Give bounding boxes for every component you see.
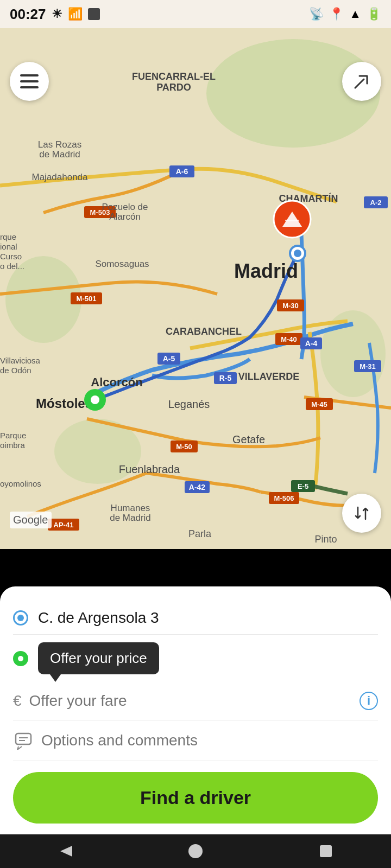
home-button[interactable] <box>179 840 212 862</box>
svg-text:M-501: M-501 <box>77 295 97 303</box>
svg-text:A-5: A-5 <box>163 354 175 363</box>
svg-text:A-2: A-2 <box>370 199 382 207</box>
hamburger-icon <box>20 74 39 88</box>
svg-text:Leganés: Leganés <box>168 398 210 410</box>
svg-text:Villaviciosa: Villaviciosa <box>0 356 41 365</box>
map-area[interactable]: A-6 M-503 M-501 A-5 R-5 M-40 A-4 M-30 M-… <box>0 28 391 549</box>
map-svg: A-6 M-503 M-501 A-5 R-5 M-40 A-4 M-30 M-… <box>0 28 391 549</box>
battery-icon: 🔋 <box>367 7 381 21</box>
svg-text:Alcorcón: Alcorcón <box>91 375 142 389</box>
recents-icon <box>319 844 333 858</box>
svg-point-69 <box>294 250 301 257</box>
svg-marker-79 <box>60 846 72 857</box>
svg-text:AP-41: AP-41 <box>54 521 74 529</box>
swap-icon <box>351 503 372 524</box>
svg-text:FUENCARRAL-EL: FUENCARRAL-EL <box>132 71 216 82</box>
svg-text:CARABANCHEL: CARABANCHEL <box>166 326 242 337</box>
svg-text:Las Rozas: Las Rozas <box>38 139 81 150</box>
swap-routes-button[interactable] <box>342 494 381 533</box>
svg-text:M-506: M-506 <box>274 494 294 502</box>
svg-rect-76 <box>16 733 31 744</box>
svg-point-71 <box>91 395 99 404</box>
svg-text:Getafe: Getafe <box>232 433 265 445</box>
svg-text:ional: ional <box>0 242 17 251</box>
share-icon <box>352 72 371 91</box>
svg-text:VILLAVERDE: VILLAVERDE <box>238 371 300 382</box>
wifi-icon: ▲ <box>349 7 361 21</box>
recents-button[interactable] <box>310 840 342 862</box>
svg-text:Parla: Parla <box>188 528 212 539</box>
origin-address: C. de Argensola 3 <box>38 609 378 627</box>
svg-text:de Madrid: de Madrid <box>110 513 151 523</box>
svg-text:A-4: A-4 <box>305 339 318 348</box>
svg-text:Majadahonda: Majadahonda <box>31 172 88 182</box>
google-logo: Google <box>10 512 52 528</box>
svg-text:M-45: M-45 <box>311 400 327 409</box>
svg-text:Somosaguas: Somosaguas <box>95 259 149 269</box>
svg-text:oimbra: oimbra <box>0 441 26 450</box>
destination-row: Offer your price <box>13 635 378 682</box>
status-bar: 00:27 ☀ 📶 📡 📍 ▲ 🔋 <box>0 0 391 28</box>
nav-bar <box>0 834 391 868</box>
svg-text:M-30: M-30 <box>282 302 299 310</box>
currency-symbol: € <box>13 692 22 710</box>
sim-icon: 📶 <box>68 7 83 21</box>
svg-text:PARDO: PARDO <box>156 82 191 93</box>
brightness-icon: ☀ <box>52 7 62 21</box>
svg-text:M-40: M-40 <box>281 335 297 343</box>
svg-text:Alarcón: Alarcón <box>109 212 141 222</box>
svg-rect-81 <box>320 845 332 857</box>
svg-text:A-6: A-6 <box>176 167 188 176</box>
back-icon <box>57 843 73 859</box>
svg-text:Curso: Curso <box>0 252 22 261</box>
status-right-icons: 📡 📍 ▲ 🔋 <box>309 7 381 21</box>
cast-icon: 📡 <box>309 7 324 21</box>
svg-text:o del...: o del... <box>0 261 24 271</box>
svg-text:M-31: M-31 <box>360 362 376 371</box>
svg-text:R-5: R-5 <box>219 374 232 382</box>
origin-row: C. de Argensola 3 <box>13 602 378 635</box>
svg-text:Madrid: Madrid <box>234 260 298 282</box>
share-button[interactable] <box>342 62 381 101</box>
svg-text:de Odón: de Odón <box>0 366 31 375</box>
svg-text:oyomolinos: oyomolinos <box>0 479 41 488</box>
find-driver-label: Find a driver <box>140 787 251 808</box>
svg-text:Pozuelo de: Pozuelo de <box>102 202 148 212</box>
svg-text:Pinto: Pinto <box>314 534 337 545</box>
offer-price-tooltip: Offer your price <box>38 642 159 674</box>
home-icon <box>188 844 203 859</box>
svg-text:rque: rque <box>0 232 16 241</box>
back-button[interactable] <box>49 840 81 862</box>
status-time-area: 00:27 ☀ 📶 <box>10 6 100 23</box>
svg-text:M-50: M-50 <box>176 443 192 451</box>
svg-rect-74 <box>285 220 299 221</box>
comments-row[interactable] <box>13 720 378 761</box>
fare-input-row[interactable]: € i <box>13 682 378 720</box>
origin-dot <box>13 610 28 626</box>
svg-text:Humanes: Humanes <box>111 503 150 513</box>
info-button[interactable]: i <box>360 692 378 710</box>
svg-text:E-5: E-5 <box>298 482 308 490</box>
destination-dot <box>13 651 28 666</box>
bottom-panel: C. de Argensola 3 Offer your price € i F… <box>0 586 391 834</box>
svg-point-80 <box>188 844 203 858</box>
comment-icon <box>13 730 34 751</box>
svg-text:de Madrid: de Madrid <box>39 149 80 159</box>
comments-input[interactable] <box>41 732 378 749</box>
fare-input[interactable] <box>29 692 352 710</box>
time-display: 00:27 <box>10 6 46 23</box>
svg-text:Móstoles: Móstoles <box>36 396 92 411</box>
svg-text:Parque: Parque <box>0 431 26 440</box>
svg-text:Fuenlabrada: Fuenlabrada <box>119 463 180 475</box>
svg-text:A-42: A-42 <box>189 483 206 492</box>
find-driver-button[interactable]: Find a driver <box>13 772 378 824</box>
location-icon: 📍 <box>329 7 344 21</box>
menu-button[interactable] <box>10 62 49 101</box>
notification-icon <box>88 8 100 20</box>
tooltip-text: Offer your price <box>50 650 147 666</box>
